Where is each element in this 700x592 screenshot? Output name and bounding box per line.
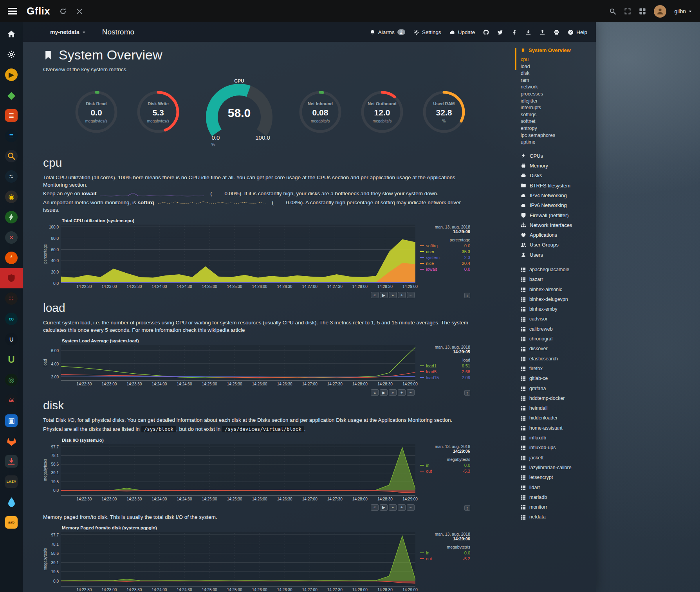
menu-app-elasticsearch[interactable]: elasticsearch bbox=[521, 354, 596, 364]
menu-section-users[interactable]: Users bbox=[521, 250, 596, 260]
fullscreen-icon[interactable] bbox=[624, 8, 631, 15]
menu-section-applications[interactable]: Applications bbox=[521, 230, 596, 240]
menu-item-idlejitter[interactable]: idlejitter bbox=[521, 98, 596, 105]
apps-grid-icon[interactable] bbox=[639, 8, 646, 15]
legend-in[interactable]: in0.0 bbox=[420, 463, 470, 468]
sidebar-app-portainer[interactable]: ▣ bbox=[0, 410, 23, 431]
legend-nice[interactable]: nice20.4 bbox=[420, 261, 470, 266]
chart-toolbar-zoom-in[interactable]: + bbox=[398, 504, 406, 511]
chart-toolbar-backward[interactable]: « bbox=[371, 292, 379, 298]
menu-section-firewall-netfilter[interactable]: Firewall (netfilter) bbox=[521, 211, 596, 220]
menu-app-hddtemp-docker[interactable]: hddtemp-docker bbox=[521, 394, 596, 403]
legend-system[interactable]: system2.3 bbox=[420, 255, 470, 260]
menu-section-cpus[interactable]: CPUs bbox=[521, 151, 596, 161]
chart-canvas-pgpgio[interactable]: Memory Paged from/to disk (system.pgpgio… bbox=[61, 532, 415, 587]
menu-item-softnet[interactable]: softnet bbox=[521, 118, 596, 125]
menu-item-softirqs[interactable]: softirqs bbox=[521, 112, 596, 119]
sidebar-app-lazylibrarian[interactable]: LAZY bbox=[0, 471, 23, 492]
menu-app-influxdb[interactable]: influxdb bbox=[521, 433, 596, 443]
menu-item-disk[interactable]: disk bbox=[521, 70, 596, 77]
menu-app-apacheguacamole[interactable]: apacheguacamole bbox=[521, 265, 596, 275]
sidebar-app-emby[interactable]: ◆ bbox=[0, 85, 23, 105]
sidebar-app-settings[interactable] bbox=[0, 44, 23, 65]
chart-toolbar-backward[interactable]: « bbox=[371, 504, 379, 511]
sidebar-app-app-12[interactable]: * bbox=[0, 248, 23, 268]
search-icon[interactable] bbox=[609, 8, 616, 15]
menu-item-interrupts[interactable]: interrupts bbox=[521, 104, 596, 112]
menu-section-disks[interactable]: Disks bbox=[521, 171, 596, 180]
update-button[interactable]: Update bbox=[449, 29, 475, 35]
chart-toolbar-forward[interactable]: » bbox=[389, 504, 397, 511]
sidebar-app-sabnzbd[interactable]: sab bbox=[0, 512, 23, 533]
menu-item-ipc-semaphores[interactable]: ipc semaphores bbox=[521, 132, 596, 139]
menu-app-letsencrypt[interactable]: letsencrypt bbox=[521, 473, 596, 482]
menu-app-grafana[interactable]: grafana bbox=[521, 384, 596, 394]
menu-app-influxdb-ups[interactable]: influxdb-ups bbox=[521, 443, 596, 453]
menu-app-hiddenloader[interactable]: hiddenloader bbox=[521, 413, 596, 423]
chart-toolbar-play[interactable]: ▶ bbox=[380, 504, 388, 511]
gauge-net-inbound[interactable]: Net Inbound0.08megabits/s bbox=[298, 90, 343, 134]
sidebar-app-app-14[interactable]: ∷ bbox=[0, 288, 23, 309]
menu-app-lazylibrarian-calibre[interactable]: lazylibrarian-calibre bbox=[521, 463, 596, 473]
menu-app-netdata[interactable]: netdata bbox=[521, 512, 596, 522]
menu-app-binhex-airsonic[interactable]: binhex-airsonic bbox=[521, 285, 596, 295]
legend-iowait[interactable]: iowait0.0 bbox=[420, 267, 470, 272]
chart-toolbar-forward[interactable]: » bbox=[389, 292, 397, 298]
sidebar-app-plex[interactable]: ▶ bbox=[0, 65, 23, 85]
sidebar-app-tautulli[interactable]: ◉ bbox=[0, 187, 23, 207]
menu-app-mariadb[interactable]: mariadb bbox=[521, 493, 596, 502]
menu-section-ipv4-networking[interactable]: IPv4 Networking bbox=[521, 191, 596, 200]
sidebar-app-home[interactable] bbox=[0, 24, 23, 44]
chart-toolbar-play[interactable]: ▶ bbox=[380, 389, 388, 396]
download-icon[interactable] bbox=[525, 29, 531, 35]
legend-in[interactable]: in0.0 bbox=[420, 551, 470, 555]
menu-app-jackett[interactable]: jackett bbox=[521, 453, 596, 463]
print-icon[interactable] bbox=[554, 29, 559, 35]
gauge-used-ram[interactable]: Used RAM32.8% bbox=[422, 90, 466, 134]
menu-section-btrfs-filesystem[interactable]: BTRFS filesystem bbox=[521, 181, 596, 191]
chart-toolbar-zoom-in[interactable]: + bbox=[398, 292, 406, 298]
sidebar-app-app-24[interactable] bbox=[0, 492, 23, 512]
menu-app-chronograf[interactable]: chronograf bbox=[521, 334, 596, 344]
gauge-disk-read[interactable]: Disk Read0.0megabytes/s bbox=[74, 90, 119, 134]
legend-load1[interactable]: load16.51 bbox=[420, 363, 470, 368]
menu-app-home-assistant[interactable]: home-assistant bbox=[521, 423, 596, 433]
legend-load5[interactable]: load52.68 bbox=[420, 369, 470, 374]
chart-canvas-load[interactable]: System Load Average (system.load)14:22:3… bbox=[61, 345, 415, 381]
sidebar-app-app-16[interactable]: ∪ bbox=[0, 329, 23, 349]
refresh-icon[interactable] bbox=[60, 8, 67, 15]
menu-item-cpu[interactable]: cpu bbox=[521, 56, 596, 63]
legend-load15[interactable]: load152.06 bbox=[420, 375, 470, 380]
help-button[interactable]: Help bbox=[568, 29, 587, 35]
sidebar-app-app-11[interactable]: × bbox=[0, 227, 23, 248]
chart-toolbar-play[interactable]: ▶ bbox=[380, 292, 388, 298]
chart-resize-handle[interactable]: ↕ bbox=[464, 505, 471, 511]
sidebar-app-app-18[interactable]: ◎ bbox=[0, 370, 23, 390]
menu-section-ipv6-networking[interactable]: IPv6 Networking bbox=[521, 200, 596, 210]
menu-item-ram[interactable]: ram bbox=[521, 77, 596, 84]
sidebar-app-app-10[interactable] bbox=[0, 207, 23, 227]
gauge-cpu[interactable]: CPU58.00.0100.0% bbox=[198, 77, 281, 147]
host-selector[interactable]: my-netdata bbox=[50, 29, 86, 35]
chart-canvas-cpu[interactable]: Total CPU utilization (system.cpu)14:22:… bbox=[61, 225, 415, 283]
gauge-net-outbound[interactable]: Net Outbound12.0megabits/s bbox=[360, 90, 404, 134]
chart-resize-handle[interactable]: ↕ bbox=[464, 390, 471, 396]
sidebar-app-gitlab[interactable] bbox=[0, 431, 23, 451]
menu-app-bazarr[interactable]: bazarr bbox=[521, 275, 596, 284]
menu-icon[interactable] bbox=[8, 8, 17, 14]
menu-app-heimdall[interactable]: heimdall bbox=[521, 403, 596, 413]
chart-toolbar-zoom-out[interactable]: − bbox=[407, 389, 415, 396]
menu-app-diskover[interactable]: diskover bbox=[521, 344, 596, 354]
twitter-icon[interactable] bbox=[497, 29, 503, 35]
menu-app-gitlab-ce[interactable]: gitlab-ce bbox=[521, 374, 596, 383]
chart-toolbar-backward[interactable]: « bbox=[371, 389, 379, 396]
close-icon[interactable] bbox=[76, 8, 83, 15]
legend-user[interactable]: user35.3 bbox=[420, 249, 470, 254]
settings-button[interactable]: Settings bbox=[413, 29, 441, 35]
upload-icon[interactable] bbox=[539, 29, 545, 35]
chart-toolbar-zoom-in[interactable]: + bbox=[398, 389, 406, 396]
menu-item-entropy[interactable]: entropy bbox=[521, 125, 596, 132]
menu-item-load[interactable]: load bbox=[521, 63, 596, 70]
menu-item-network[interactable]: network bbox=[521, 84, 596, 91]
user-menu[interactable]: gilbn bbox=[674, 8, 692, 14]
